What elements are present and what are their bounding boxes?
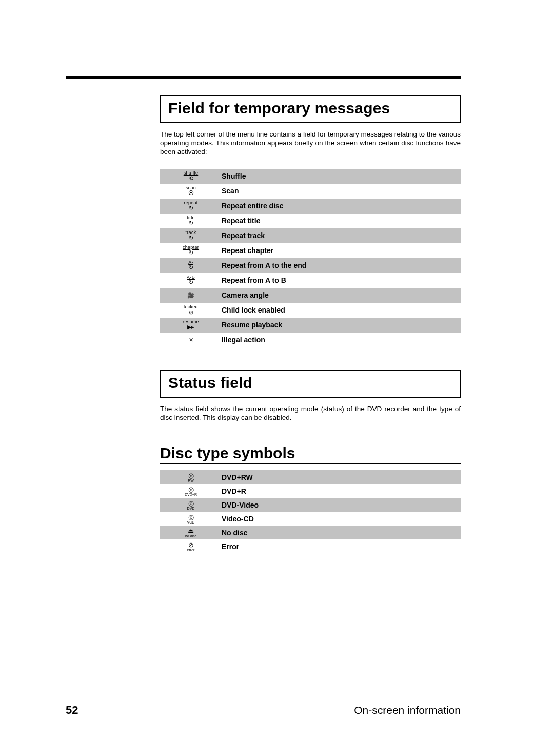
- legend-icon: scan⦿: [160, 186, 222, 196]
- page-number: 52: [66, 704, 78, 717]
- legend-label: Repeat from A to B: [222, 276, 286, 284]
- legend-icon-glyph: ↻: [189, 235, 193, 241]
- disc-icon: ◎RW: [160, 472, 222, 482]
- heading-temporary-messages-box: Field for temporary messages: [160, 95, 461, 123]
- legend-icon: A-↻: [160, 260, 222, 270]
- table-row: A-B↻Repeat from A to B: [160, 273, 461, 288]
- disc-icon-caption: RW: [188, 479, 194, 482]
- legend-icon-glyph: ↻: [189, 205, 193, 211]
- legend-icon-glyph: ▶▸: [187, 324, 194, 330]
- legend-label: Repeat from A to the end: [222, 261, 306, 269]
- disc-icon: ◎DVD: [160, 500, 222, 510]
- legend-icon-glyph: ↻: [189, 250, 193, 256]
- disc-icon-caption: no disc: [185, 534, 196, 538]
- disc-label: DVD+RW: [222, 473, 253, 481]
- table-row: ◎DVDDVD-Video: [160, 498, 461, 512]
- table-row: track↻Repeat track: [160, 228, 461, 243]
- disc-icon: ⊘error: [160, 541, 222, 552]
- disc-icon-glyph: ◎: [188, 486, 194, 493]
- legend-label: Shuffle: [222, 172, 246, 180]
- disc-icon-glyph: ◎: [188, 472, 194, 479]
- table-row: scan⦿Scan: [160, 184, 461, 199]
- disc-label: No disc: [222, 529, 248, 537]
- disc-icon-caption: error: [187, 548, 195, 552]
- disc-icon-glyph: ◎: [188, 514, 194, 520]
- table-row: locked⊘Child lock enabled: [160, 303, 461, 318]
- table-row: repeat↻Repeat entire disc: [160, 199, 461, 214]
- table-row: A-↻Repeat from A to the end: [160, 258, 461, 273]
- footer: 52 On-screen information: [66, 704, 461, 717]
- table-row: ◎VCDVideo-CD: [160, 512, 461, 526]
- legend-label: Scan: [222, 187, 239, 195]
- disc-icon-caption: DVD: [187, 507, 195, 510]
- disc-icon: ◎DVD+R: [160, 486, 222, 496]
- heading-status-field: Status field: [168, 374, 452, 392]
- legend-label: Illegal action: [222, 336, 265, 344]
- legend-icon-glyph: ↻: [189, 220, 193, 226]
- table-row: resume▶▸Resume playback: [160, 318, 461, 333]
- disc-label: Error: [222, 542, 239, 551]
- legend-icon-glyph: ↻: [189, 280, 193, 285]
- legend-icon-glyph: ⦿: [188, 190, 194, 196]
- disc-type-table: ◎RWDVD+RW◎DVD+RDVD+R◎DVDDVD-Video◎VCDVid…: [160, 470, 461, 553]
- disc-label: Video-CD: [222, 515, 254, 523]
- top-rule: [66, 76, 461, 79]
- legend-icon: title↻: [160, 216, 222, 226]
- legend-icon: A-B↻: [160, 275, 222, 285]
- table-row: title↻Repeat title: [160, 214, 461, 228]
- legend-icon: repeat↻: [160, 201, 222, 211]
- legend-icon-glyph: ↻: [189, 265, 193, 270]
- legend-icon: ✕: [160, 337, 222, 343]
- table-row: chapter↻Repeat chapter: [160, 243, 461, 258]
- legend-icon-glyph: ⟲: [189, 176, 193, 181]
- legend-icon: shuffle⟲: [160, 171, 222, 181]
- body-status-field: The status field shows the current opera…: [160, 405, 461, 422]
- disc-label: DVD+R: [222, 487, 246, 495]
- disc-icon-glyph: ⏏: [188, 528, 194, 534]
- disc-icon-caption: DVD+R: [185, 493, 197, 496]
- footer-title: On-screen information: [354, 704, 461, 716]
- heading-disc-type-symbols: Disc type symbols: [160, 444, 461, 462]
- disc-icon: ⏏no disc: [160, 528, 222, 538]
- temporary-messages-table: shuffle⟲Shufflescan⦿Scanrepeat↻Repeat en…: [160, 169, 461, 347]
- legend-icon: chapter↻: [160, 245, 222, 256]
- legend-icon: locked⊘: [160, 305, 222, 315]
- legend-icon-glyph: 🎥: [187, 293, 194, 298]
- table-row: shuffle⟲Shuffle: [160, 169, 461, 184]
- disc-icon-glyph: ⊘: [188, 541, 194, 548]
- legend-icon: resume▶▸: [160, 320, 222, 330]
- heading-status-field-box: Status field: [160, 370, 461, 398]
- heading-disc-type-symbols-wrap: Disc type symbols: [160, 444, 461, 464]
- legend-label: Repeat entire disc: [222, 202, 284, 210]
- legend-label: Repeat title: [222, 217, 260, 225]
- legend-label: Resume playback: [222, 321, 282, 329]
- table-row: ⊘errorError: [160, 539, 461, 553]
- table-row: ⏏no discNo disc: [160, 526, 461, 539]
- table-row: ✕Illegal action: [160, 333, 461, 347]
- legend-icon: track↻: [160, 230, 222, 241]
- table-row: ◎RWDVD+RW: [160, 470, 461, 484]
- legend-label: Child lock enabled: [222, 306, 285, 314]
- disc-label: DVD-Video: [222, 501, 259, 509]
- disc-icon: ◎VCD: [160, 514, 222, 524]
- legend-icon-glyph: ✕: [189, 337, 193, 343]
- legend-label: Repeat chapter: [222, 246, 273, 255]
- legend-icon: 🎥: [160, 293, 222, 298]
- disc-icon-glyph: ◎: [188, 500, 194, 507]
- legend-label: Repeat track: [222, 231, 265, 240]
- legend-label: Camera angle: [222, 291, 269, 299]
- disc-icon-caption: VCD: [187, 520, 195, 524]
- table-row: ◎DVD+RDVD+R: [160, 484, 461, 498]
- body-temporary-messages: The top left corner of the menu line con…: [160, 130, 461, 157]
- table-row: 🎥Camera angle: [160, 288, 461, 303]
- heading-temporary-messages: Field for temporary messages: [168, 100, 452, 117]
- legend-icon-glyph: ⊘: [189, 309, 193, 315]
